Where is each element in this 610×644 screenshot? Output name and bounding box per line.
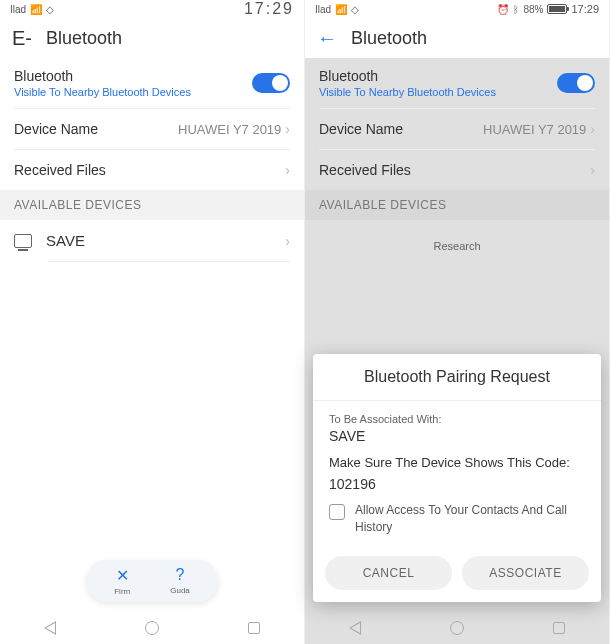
associate-button[interactable]: ASSOCIATE: [462, 556, 589, 590]
back-button[interactable]: E-: [12, 27, 32, 50]
device-item-name: SAVE: [46, 232, 271, 249]
bluetooth-toggle-row[interactable]: Bluetooth Visible To Nearby Bluetooth De…: [305, 58, 609, 108]
pairing-dialog: Bluetooth Pairing Request To Be Associat…: [313, 354, 601, 602]
device-name-value: HUAWEI Y7 2019: [178, 122, 281, 137]
chevron-right-icon: ›: [590, 121, 595, 137]
associated-device: SAVE: [329, 428, 585, 444]
page-title: Bluetooth: [351, 28, 427, 49]
status-bar: Ilad 📶 ◇ ⏰ ᛒ 88% 17:29: [305, 0, 609, 18]
received-files-row[interactable]: Received Files ›: [305, 150, 609, 190]
carrier-label: Ilad: [10, 4, 26, 15]
device-name-label: Device Name: [319, 121, 403, 137]
associated-with-label: To Be Associated With:: [329, 413, 585, 425]
alarm-icon: ⏰: [497, 4, 509, 15]
signal-icon: 📶: [30, 4, 42, 15]
chevron-right-icon: ›: [285, 162, 290, 178]
nav-recent-icon[interactable]: [248, 622, 260, 634]
bluetooth-toggle[interactable]: [252, 73, 290, 93]
device-name-value: HUAWEI Y7 2019: [483, 122, 586, 137]
wifi-icon: ◇: [351, 4, 359, 15]
navigation-bar: [305, 612, 609, 644]
header: ← Bluetooth: [305, 18, 609, 58]
bluetooth-label: Bluetooth: [319, 68, 496, 84]
device-name-row[interactable]: Device Name HUAWEI Y7 2019 ›: [0, 109, 304, 149]
nav-home-icon[interactable]: [450, 621, 464, 635]
close-action[interactable]: ✕ Firm: [114, 566, 130, 596]
bluetooth-label: Bluetooth: [14, 68, 191, 84]
allow-access-checkbox[interactable]: [329, 504, 345, 520]
clock: 17:29: [244, 0, 294, 18]
screen-left: Ilad 📶 ◇ 17:29 E- Bluetooth Bluetooth Vi…: [0, 0, 305, 644]
chevron-right-icon: ›: [590, 162, 595, 178]
received-files-label: Received Files: [14, 162, 106, 178]
close-label: Firm: [114, 587, 130, 596]
help-icon: ?: [176, 566, 185, 584]
status-bar: Ilad 📶 ◇ 17:29: [0, 0, 304, 18]
chevron-right-icon: ›: [285, 121, 290, 137]
available-device-row[interactable]: SAVE ›: [0, 220, 304, 261]
bluetooth-toggle[interactable]: [557, 73, 595, 93]
help-action[interactable]: ? Guda: [170, 566, 190, 596]
available-devices-header: AVAILABLE DEVICES: [0, 190, 304, 220]
header: E- Bluetooth: [0, 18, 304, 58]
clock: 17:29: [571, 3, 599, 15]
device-name-row[interactable]: Device Name HUAWEI Y7 2019 ›: [305, 109, 609, 149]
nav-back-icon[interactable]: [44, 621, 56, 635]
received-files-label: Received Files: [319, 162, 411, 178]
navigation-bar: [0, 612, 304, 644]
bluetooth-sublabel: Visible To Nearby Bluetooth Devices: [14, 86, 191, 98]
bluetooth-toggle-row[interactable]: Bluetooth Visible To Nearby Bluetooth De…: [0, 58, 304, 108]
allow-access-row[interactable]: Allow Access To Your Contacts And Call H…: [329, 502, 585, 536]
content: Bluetooth Visible To Nearby Bluetooth De…: [0, 58, 304, 644]
nav-back-icon[interactable]: [349, 621, 361, 635]
laptop-icon: [14, 234, 32, 248]
bluetooth-icon: ᛒ: [513, 4, 519, 15]
page-title: Bluetooth: [46, 28, 122, 49]
wifi-icon: ◇: [46, 4, 54, 15]
bottom-action-pill: ✕ Firm ? Guda: [86, 560, 218, 602]
close-icon: ✕: [116, 566, 129, 585]
device-name-label: Device Name: [14, 121, 98, 137]
back-arrow-icon[interactable]: ←: [317, 27, 337, 50]
available-devices-header: AVAILABLE DEVICES: [305, 190, 609, 220]
signal-icon: 📶: [335, 4, 347, 15]
battery-icon: [547, 4, 567, 14]
dialog-title: Bluetooth Pairing Request: [313, 354, 601, 401]
pairing-code: 102196: [329, 476, 585, 492]
cancel-button[interactable]: CANCEL: [325, 556, 452, 590]
help-label: Guda: [170, 586, 190, 595]
carrier-label: Ilad: [315, 4, 331, 15]
chevron-right-icon: ›: [285, 233, 290, 249]
nav-recent-icon[interactable]: [553, 622, 565, 634]
allow-access-label: Allow Access To Your Contacts And Call H…: [355, 502, 585, 536]
dialog-message: Make Sure The Device Shows This Code:: [329, 454, 585, 472]
screen-right: Ilad 📶 ◇ ⏰ ᛒ 88% 17:29 ← Bluetooth Bluet…: [305, 0, 610, 644]
bluetooth-sublabel: Visible To Nearby Bluetooth Devices: [319, 86, 496, 98]
searching-label: Research: [305, 220, 609, 272]
divider: [48, 261, 290, 262]
received-files-row[interactable]: Received Files ›: [0, 150, 304, 190]
nav-home-icon[interactable]: [145, 621, 159, 635]
battery-pct: 88%: [523, 4, 543, 15]
